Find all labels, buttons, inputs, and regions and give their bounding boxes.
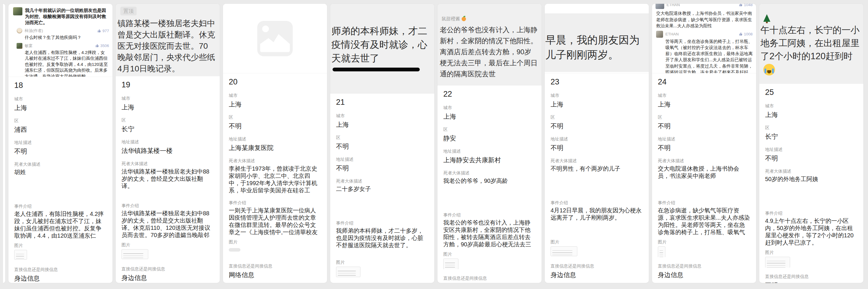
field-label-district: 区 xyxy=(229,109,321,119)
city-value: 上海 xyxy=(229,100,321,109)
card-21[interactable]: 师弟的本科师妹，才二 疫情没有及时就诊，心 天就去世了 21 城市上海 区不明 … xyxy=(330,4,434,283)
like-count: 1048 xyxy=(739,4,753,7)
field-label-image: 图片 xyxy=(229,235,321,244)
field-label-image: 图片 xyxy=(122,238,214,247)
post-text: 我几十年前就认识的一位胡姓朋友也是因为封控、核酸检测等原因没有得到及时救治而死亡… xyxy=(25,7,109,26)
card-24[interactable]: ETHAN 1048 交大电院退休教授，上海书协会员，书法家吴中南老师在急诊病逝… xyxy=(652,4,756,283)
field-label-image: 图片 xyxy=(765,246,858,254)
city-value: 上海 xyxy=(122,103,214,112)
field-label-deceased: 死者大体描述 xyxy=(551,153,643,163)
card-number: 25 xyxy=(765,88,858,98)
like-count: 3506 xyxy=(95,43,109,48)
field-label-event: 事件介绍 xyxy=(229,195,321,205)
card-22-cover-screenshot: 鼠甜橙酱 老公的爷爷也没有计入，上海静 新村，全家阴的情况下他阳性。 离酒店后差… xyxy=(437,4,541,85)
screenshot-text-line: 天就去世了 xyxy=(331,51,434,65)
event-value: 老人住浦西，有陈旧性脑梗，4.2摔跤，女儿被封在浦东过不了江，妹妹们虽住浦西但也… xyxy=(14,210,107,239)
field-label-district: 区 xyxy=(122,112,214,122)
avatar xyxy=(655,4,664,9)
field-label-event: 事件介绍 xyxy=(658,195,750,205)
card-22[interactable]: 鼠甜橙酱 老公的爷爷也没有计入，上海静 新村，全家阴的情况下他阳性。 离酒店后差… xyxy=(437,4,541,283)
attachment-thumbnail[interactable] xyxy=(14,250,27,260)
card-19[interactable]: 置顶 镇路某楼一楼独居老夫妇中 曾是交大出版社翻译。休克 医无对接医院而去世。7… xyxy=(116,4,220,283)
image-placeholder-icon xyxy=(257,21,293,56)
card-number: 22 xyxy=(443,89,536,100)
screenshot-text-line: 了2个小时的120赶到时 xyxy=(761,49,863,63)
attachment-thumbnail[interactable] xyxy=(551,246,577,256)
attachment-thumbnail[interactable] xyxy=(658,246,665,257)
field-label-image: 图片 xyxy=(658,235,750,244)
crying-face-icon xyxy=(763,64,775,75)
card-18-cover-screenshot: 我几十年前就认识的一位胡姓朋友也是因为封控、核酸检测等原因没有得到及时救治而死亡… xyxy=(8,4,113,77)
card-20[interactable]: 20 城市上海 区不明 地址描述上海某康复医院 死者大体描述李昶生于1973年，… xyxy=(223,4,327,283)
field-label-direct: 直接信息还是间接信息 xyxy=(658,257,750,268)
attachment-thumbnail[interactable] xyxy=(122,249,148,259)
screenshot-text-line: 午十点左右，长宁的一小 xyxy=(761,24,863,37)
field-label-address: 地址描述 xyxy=(122,134,214,144)
direct-value: 身边信息 xyxy=(14,274,107,283)
redaction-bar xyxy=(333,68,420,71)
card-19-cover-screenshot: 置顶 镇路某楼一楼独居老夫妇中 曾是交大出版社翻译。休克 医无对接医院而去世。7… xyxy=(116,4,220,76)
field-label-event: 事件介绍 xyxy=(443,207,536,217)
city-value: 上海 xyxy=(443,112,536,121)
address-value: 法华镇路某楼一楼 xyxy=(122,147,214,155)
direct-value: 身边信息 xyxy=(122,274,214,282)
field-label-image: 图片 xyxy=(336,256,429,264)
card-23[interactable]: 早晨，我的朋友因为 儿子刚刚两岁。 23 城市上海 区不明 地址描述不明 死者大… xyxy=(545,4,649,283)
avatar xyxy=(656,31,663,38)
username: ETHAN xyxy=(666,4,680,7)
field-label-deceased: 死者大体描述 xyxy=(122,155,214,166)
direct-value: 不明 xyxy=(765,281,858,283)
attachment-thumbnail[interactable] xyxy=(229,248,240,252)
deceased-value: 不明男性，有个两岁的儿子 xyxy=(551,165,643,172)
district-value: 长宁 xyxy=(122,125,214,134)
field-label-event: 事件介绍 xyxy=(765,205,858,215)
field-label-address: 地址描述 xyxy=(14,134,107,145)
pine-tree-icon xyxy=(763,14,770,22)
field-label-direct: 直接信息还是间接信息 xyxy=(229,257,321,268)
field-label-image: 图片 xyxy=(551,235,643,244)
event-value: 法华镇路某楼一楼独居老夫妇中88岁的丈夫，曾经是交大出版社翻译。休克后110、1… xyxy=(122,210,214,238)
thumbs-up-icon xyxy=(739,32,743,36)
city-value: 上海 xyxy=(765,111,858,119)
field-label-address: 地址描述 xyxy=(336,151,429,161)
field-label-address: 地址描述 xyxy=(551,131,643,141)
post-text: 交大电院退休教授，上海书协会员，书法家吴中南老师在急诊病逝，缺少氧气等医疗资源，… xyxy=(655,10,753,29)
card-number: 21 xyxy=(336,98,429,108)
direct-value: 网络信息 xyxy=(229,271,321,280)
screenshot-text-line: 镇路某楼一楼独居老夫妇中 xyxy=(118,18,220,29)
screenshot-text-line: 地务工阿姨，在出租屋里 xyxy=(761,37,863,49)
attachment-thumbnail[interactable] xyxy=(443,258,458,269)
attachment-thumbnail[interactable] xyxy=(336,267,361,277)
field-label-city: 城市 xyxy=(14,91,107,101)
screenshot-text-line: 新村，全家阴的情况下他阳性。 xyxy=(440,35,541,46)
field-label-city: 城市 xyxy=(336,108,429,118)
field-label-direct: 直接信息还是间接信息 xyxy=(336,278,429,283)
card-25-cover-screenshot: 午十点左右，长宁的一小 地务工阿姨，在出租屋里 了2个小时的120赶到时 xyxy=(759,4,863,84)
field-label-image: 图片 xyxy=(14,239,107,248)
attachment-thumbnail[interactable] xyxy=(765,257,790,267)
card-number: 24 xyxy=(658,77,750,87)
field-label-city: 城市 xyxy=(551,87,643,98)
field-label-address: 地址描述 xyxy=(229,131,321,141)
screenshot-text-line: 儿子刚刚两岁。 xyxy=(545,47,649,62)
address-value: 不明 xyxy=(14,147,107,156)
field-label-event: 事件介绍 xyxy=(336,215,429,225)
field-label-direct: 直接信息还是间接信息 xyxy=(551,257,643,268)
screenshot-text-line: 晚敲邻居门，央求代少些纸 xyxy=(118,52,220,63)
screenshot-text-line: 老公的爷爷也没有计入，上海静 xyxy=(440,24,541,35)
reply-text: 苦等两天，坐在急诊角落的椅子上，打吊瓶、吸氧气（被封控的子女设法送去的，杯水车薪… xyxy=(655,38,753,74)
direct-value: 身边信息 xyxy=(551,271,643,280)
screenshot-text-line: 通的隔离医院去世 xyxy=(440,69,541,79)
avatar xyxy=(17,43,22,49)
screenshot-text-line: 师弟的本科师妹，才二 xyxy=(331,24,434,38)
field-label-deceased: 死者大体描述 xyxy=(14,156,107,166)
event-value: 在急诊病逝，缺少氧气等医疗资源，哀求医生求职未果...夫人亦感染为阳性。吴老师苦… xyxy=(658,207,750,235)
card-25[interactable]: 午十点左右，长宁的一小 地务工阿姨，在出租屋里 了2个小时的120赶到时 25 … xyxy=(759,4,863,283)
city-value: 上海 xyxy=(658,100,750,109)
card-18[interactable]: 我几十年前就认识的一位胡姓朋友也是因为封控、核酸检测等原因没有得到及时救治而死亡… xyxy=(8,4,113,283)
city-value: 上海 xyxy=(14,104,107,112)
event-value: 一则关于上海某康复医院一位病人因疫情管理无人护理而去世的文章在微信群里流转。最早… xyxy=(229,207,321,235)
field-label-city: 城市 xyxy=(443,100,536,110)
event-value: 我师弟的本科师妹，才二十多岁，也是因为疫情没有及时就诊，心脏不舒服送医院隔天就去… xyxy=(336,227,429,249)
field-label-event: 事件介绍 xyxy=(14,198,107,208)
